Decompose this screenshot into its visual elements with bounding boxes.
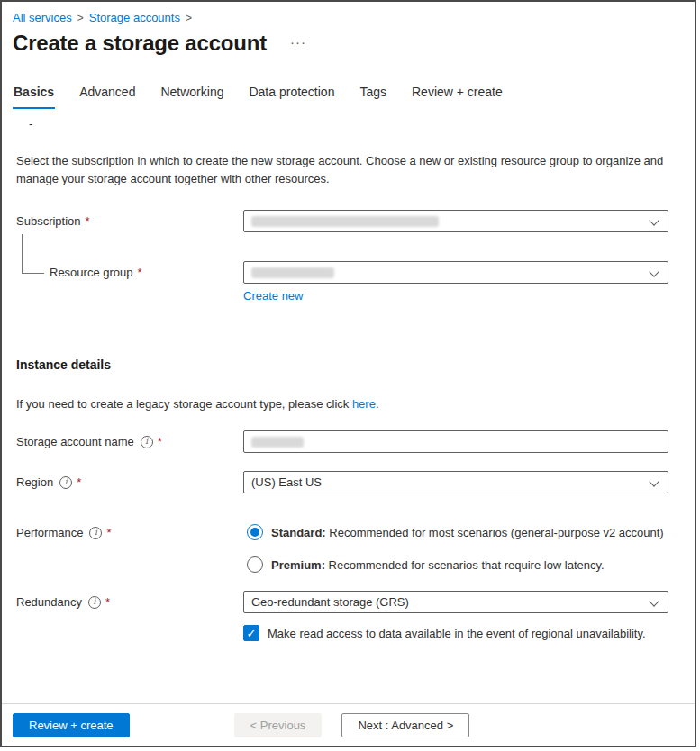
required-asterisk: * — [138, 266, 142, 279]
intro-text: Select the subscription in which to crea… — [16, 152, 680, 188]
review-create-button[interactable]: Review + create — [13, 713, 130, 737]
redacted-dash: - — [29, 117, 680, 131]
resource-group-dropdown[interactable] — [243, 261, 668, 284]
performance-standard-desc: Recommended for most scenarios (general-… — [326, 526, 664, 539]
subscription-dropdown[interactable] — [243, 210, 668, 232]
info-icon[interactable]: i — [141, 436, 153, 448]
performance-premium-option[interactable]: Premium: Recommended for scenarios that … — [247, 556, 680, 573]
previous-button[interactable]: < Previous — [234, 713, 323, 737]
performance-premium-bold: Premium: — [271, 558, 325, 572]
legacy-text-suffix: . — [376, 397, 379, 411]
redundancy-row: Redundancy i * Geo-redundant storage (GR… — [16, 591, 680, 613]
performance-label-group: Performance i * — [16, 524, 243, 539]
footer-action-bar: Review + create < Previous Next : Advanc… — [2, 703, 695, 746]
performance-standard-option[interactable]: Standard: Recommended for most scenarios… — [247, 524, 680, 540]
storage-account-name-label: Storage account name — [16, 435, 134, 448]
chevron-down-icon — [649, 267, 659, 277]
radio-selected-icon[interactable] — [247, 524, 263, 540]
performance-label: Performance — [16, 526, 83, 539]
read-access-label: Make read access to data available in th… — [268, 627, 646, 640]
radio-unselected-icon[interactable] — [247, 556, 263, 573]
required-asterisk: * — [105, 595, 110, 609]
required-asterisk: * — [106, 526, 111, 539]
required-asterisk: * — [86, 214, 90, 228]
performance-premium-desc: Recommended for scenarios that require l… — [325, 558, 605, 572]
redundancy-dropdown[interactable]: Geo-redundant storage (GRS) — [243, 591, 668, 613]
legacy-account-text: If you need to create a legacy storage a… — [16, 397, 680, 411]
redacted-storage-name-value — [251, 437, 304, 448]
performance-row: Performance i * Standard: Recommended fo… — [16, 524, 680, 573]
storage-account-name-label-group: Storage account name i * — [16, 435, 243, 448]
region-selected-value: (US) East US — [251, 475, 322, 489]
info-icon[interactable]: i — [88, 596, 101, 609]
instance-details-heading: Instance details — [16, 357, 680, 372]
read-access-row: Make read access to data available in th… — [16, 625, 680, 641]
performance-radio-group: Standard: Recommended for most scenarios… — [247, 524, 680, 573]
performance-standard-bold: Standard: — [271, 526, 326, 539]
chevron-down-icon — [649, 597, 659, 607]
chevron-down-icon — [649, 216, 659, 226]
nested-field-connector — [22, 234, 44, 274]
info-icon[interactable]: i — [89, 527, 102, 539]
subscription-label: Subscription — [16, 214, 81, 228]
more-options-icon[interactable]: ··· — [290, 34, 306, 50]
subscription-label-group: Subscription * — [16, 214, 243, 228]
storage-account-name-row: Storage account name i * — [16, 430, 680, 453]
resource-group-label-group: Resource group * — [16, 261, 243, 279]
region-row: Region i * (US) East US — [16, 471, 680, 493]
storage-account-name-input[interactable] — [243, 430, 668, 453]
resource-group-row: Resource group * Create new — [16, 261, 680, 303]
breadcrumb-separator: > — [77, 12, 84, 24]
region-label-group: Region i * — [16, 475, 243, 489]
redundancy-label: Redundancy — [16, 595, 82, 609]
performance-standard-label: Standard: Recommended for most scenarios… — [271, 526, 664, 539]
redacted-resource-group-value — [251, 267, 334, 278]
create-new-link[interactable]: Create new — [243, 289, 303, 303]
required-asterisk: * — [77, 475, 81, 489]
read-access-checkbox-row[interactable]: Make read access to data available in th… — [243, 625, 680, 641]
breadcrumb-separator: > — [186, 12, 192, 24]
breadcrumb: All services>Storage accounts> — [2, 2, 695, 24]
redacted-subscription-value — [251, 216, 439, 227]
region-dropdown[interactable]: (US) East US — [243, 471, 668, 493]
create-storage-account-window: All services>Storage accounts> Create a … — [0, 0, 696, 747]
legacy-here-link[interactable]: here — [352, 397, 376, 411]
next-advanced-button[interactable]: Next : Advanced > — [341, 713, 469, 737]
region-label: Region — [16, 475, 53, 489]
breadcrumb-storage-accounts[interactable]: Storage accounts — [89, 11, 180, 24]
tab-tags[interactable]: Tags — [359, 85, 387, 109]
tab-basics[interactable]: Basics — [13, 85, 55, 109]
chevron-down-icon — [649, 477, 659, 487]
resource-group-label: Resource group — [50, 266, 133, 279]
tab-advanced[interactable]: Advanced — [78, 85, 136, 109]
tab-data-protection[interactable]: Data protection — [248, 85, 335, 109]
breadcrumb-all-services[interactable]: All services — [13, 11, 72, 24]
page-header: Create a storage account ··· — [2, 24, 695, 56]
redundancy-label-group: Redundancy i * — [16, 595, 243, 609]
legacy-text-prefix: If you need to create a legacy storage a… — [16, 397, 352, 411]
tab-bar: Basics Advanced Networking Data protecti… — [2, 56, 695, 109]
redundancy-selected-value: Geo-redundant storage (GRS) — [251, 595, 409, 609]
tab-networking[interactable]: Networking — [159, 85, 224, 109]
subscription-row: Subscription * — [16, 210, 680, 232]
checkbox-checked-icon[interactable] — [243, 625, 259, 641]
required-asterisk: * — [158, 435, 162, 448]
page-title: Create a storage account — [13, 31, 267, 56]
performance-premium-label: Premium: Recommended for scenarios that … — [271, 558, 605, 572]
info-icon[interactable]: i — [59, 476, 72, 489]
tab-review-create[interactable]: Review + create — [411, 85, 504, 109]
basics-tab-panel: - Select the subscription in which to cr… — [2, 117, 695, 641]
